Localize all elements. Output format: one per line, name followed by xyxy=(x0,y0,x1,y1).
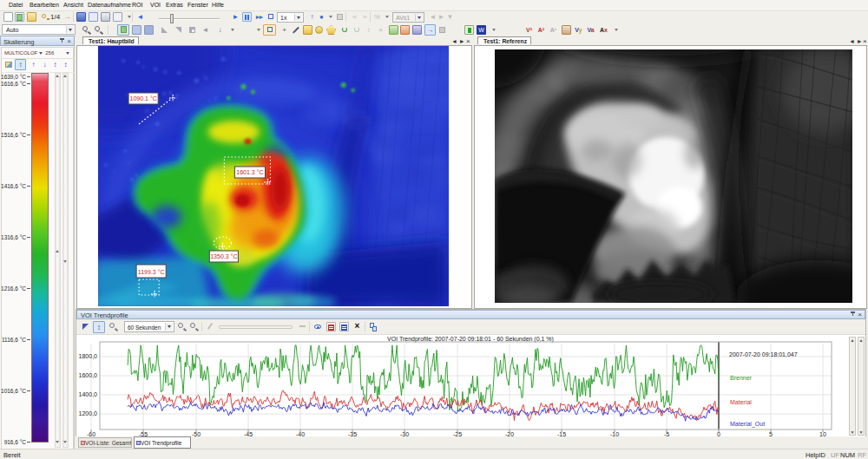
svg-text:1090.1 °C: 1090.1 °C xyxy=(130,96,157,102)
svg-text:Material_Out: Material_Out xyxy=(730,421,765,428)
svg-text:1800,0: 1800,0 xyxy=(79,353,98,359)
svg-text:1400,0: 1400,0 xyxy=(79,391,98,397)
svg-text:Brenner: Brenner xyxy=(730,375,753,381)
svg-text:1601.3 °C: 1601.3 °C xyxy=(236,170,263,176)
svg-text:1350.3 °C: 1350.3 °C xyxy=(210,254,237,260)
svg-text:1199.3 °C: 1199.3 °C xyxy=(138,270,165,276)
svg-text:1200,0: 1200,0 xyxy=(79,410,98,416)
svg-text:1600,0: 1600,0 xyxy=(79,372,98,378)
svg-text:Material: Material xyxy=(730,399,752,405)
svg-text:2007-07-20 09:18:01,047: 2007-07-20 09:18:01,047 xyxy=(729,351,798,357)
